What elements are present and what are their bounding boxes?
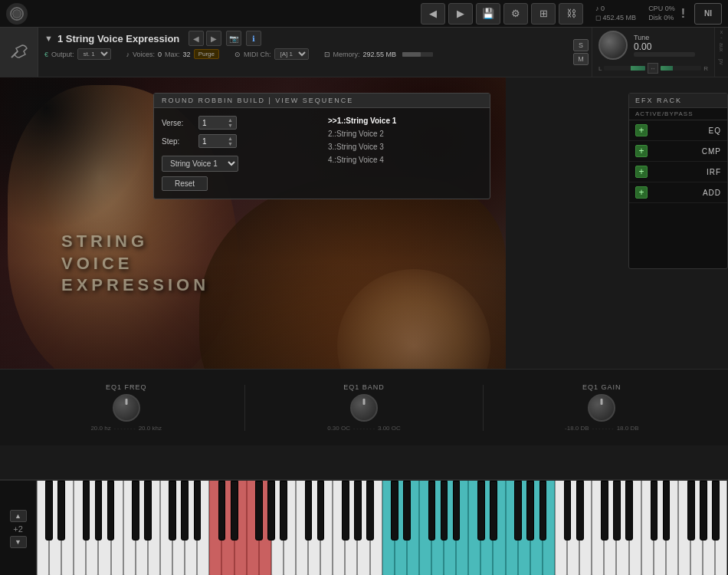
nav-prev-button[interactable]: ◀	[421, 3, 445, 25]
efx-irf-toggle[interactable]: +	[635, 166, 648, 178]
piano-white-key[interactable]	[221, 481, 234, 575]
piano-white-key[interactable]	[419, 481, 431, 575]
verse-spinner[interactable]: 1 ▲▼	[198, 116, 237, 130]
lr-center: ↔	[648, 63, 658, 74]
octave-up-button[interactable]: ▲	[10, 510, 27, 522]
piano-white-key[interactable]	[480, 481, 493, 575]
info-button[interactable]: ℹ	[246, 31, 261, 46]
efx-add-toggle[interactable]: +	[635, 186, 648, 199]
save-button[interactable]: 💾	[476, 3, 500, 25]
piano-white-key[interactable]	[456, 481, 468, 575]
nav-next-button[interactable]: ▶	[448, 3, 473, 25]
instrument-nav-next[interactable]: ▶	[206, 31, 221, 46]
settings-button[interactable]: ⚙	[503, 3, 528, 25]
piano-white-key[interactable]	[247, 481, 259, 575]
link-button[interactable]: ⛓	[559, 3, 583, 25]
instrument-header: ▼ 1 String Voice Expression ◀ ▶ 📷 ℹ € Ou…	[0, 28, 728, 77]
x-label: x	[720, 29, 723, 34]
piano-white-key[interactable]	[234, 481, 247, 575]
piano-white-key[interactable]	[641, 481, 654, 575]
system-stats: ♪ 0 ◻ 452.45 MB	[595, 5, 636, 22]
piano-white-key[interactable]	[111, 481, 123, 575]
solo-button[interactable]: S	[573, 39, 589, 51]
midi-select[interactable]: [A] 1	[274, 48, 309, 60]
piano-white-key[interactable]	[172, 481, 185, 575]
piano-white-key[interactable]	[185, 481, 197, 575]
efx-eq-toggle[interactable]: +	[635, 124, 648, 136]
octave-down-button[interactable]: ▼	[10, 536, 27, 548]
piano-white-key[interactable]	[395, 481, 407, 575]
app-logo	[6, 3, 28, 25]
tune-knob[interactable]	[598, 31, 628, 60]
piano-white-key[interactable]	[703, 481, 715, 575]
piano-white-key[interactable]	[431, 481, 444, 575]
brand-line1: STRING	[61, 231, 209, 253]
eq1-freq-group: EQ1 FREQ 20.0 hz - - - - - - - 20.0 khz	[15, 383, 237, 432]
eq1-band-high: 3.00 OC	[378, 425, 401, 432]
piano-white-key[interactable]	[518, 481, 530, 575]
piano-white-key[interactable]	[197, 481, 209, 575]
piano-white-key[interactable]	[678, 481, 690, 575]
piano-white-key[interactable]	[654, 481, 666, 575]
piano-white-key[interactable]	[98, 481, 110, 575]
piano-white-key[interactable]	[333, 481, 345, 575]
piano-white-key[interactable]	[493, 481, 505, 575]
piano-white-key[interactable]	[74, 481, 86, 575]
piano-white-key[interactable]	[308, 481, 320, 575]
verse-label: Verse:	[162, 119, 192, 127]
piano-white-key[interactable]	[37, 481, 49, 575]
piano-white-key[interactable]	[160, 481, 172, 575]
piano-white-key[interactable]	[148, 481, 160, 575]
mute-button[interactable]: M	[573, 53, 589, 65]
step-spinner[interactable]: 1 ▲▼	[198, 134, 237, 148]
piano-white-key[interactable]	[666, 481, 678, 575]
piano-white-key[interactable]	[530, 481, 543, 575]
piano-white-key[interactable]	[506, 481, 518, 575]
purge-button[interactable]: Purge	[194, 49, 219, 59]
instrument-nav-prev[interactable]: ◀	[189, 31, 204, 46]
piano-white-key[interactable]	[616, 481, 628, 575]
reset-button[interactable]: Reset	[162, 176, 208, 191]
camera-button[interactable]: 📷	[226, 31, 241, 46]
piano-white-key[interactable]	[690, 481, 703, 575]
output-select[interactable]: st. 1	[77, 48, 111, 60]
piano-white-key[interactable]	[86, 481, 98, 575]
piano-white-key[interactable]	[296, 481, 308, 575]
piano-white-key[interactable]	[209, 481, 221, 575]
piano-white-key[interactable]	[592, 481, 604, 575]
eq1-band-knob[interactable]	[350, 394, 378, 422]
piano-white-key[interactable]	[555, 481, 567, 575]
octave-value: +2	[13, 524, 23, 534]
piano-white-key[interactable]	[123, 481, 136, 575]
eq1-gain-knob[interactable]	[588, 394, 615, 422]
piano-white-key[interactable]	[271, 481, 284, 575]
voice-dropdown[interactable]: String Voice 1 String Voice 2 String Voi…	[162, 156, 238, 172]
piano-white-key[interactable]	[284, 481, 296, 575]
piano-white-key[interactable]	[604, 481, 616, 575]
piano-white-key[interactable]	[715, 481, 727, 575]
piano-white-key[interactable]	[407, 481, 419, 575]
piano-white-key[interactable]	[382, 481, 395, 575]
piano-white-key[interactable]	[543, 481, 555, 575]
eq1-freq-knob[interactable]	[113, 394, 140, 422]
piano-white-key[interactable]	[444, 481, 456, 575]
piano-white-key[interactable]	[567, 481, 579, 575]
instrument-expand-icon[interactable]: ▼	[44, 34, 53, 43]
piano-white-key[interactable]	[136, 481, 148, 575]
eq-section: EQ1 FREQ 20.0 hz - - - - - - - 20.0 khz …	[0, 369, 728, 445]
piano-white-key[interactable]	[320, 481, 333, 575]
piano-white-key[interactable]	[259, 481, 271, 575]
piano-white-key[interactable]	[579, 481, 592, 575]
grid-button[interactable]: ⊞	[531, 3, 556, 25]
sequence-item-3: 3.:String Voice 3	[326, 142, 482, 152]
piano-white-key[interactable]	[370, 481, 382, 575]
piano-white-key[interactable]	[49, 481, 61, 575]
efx-cmp-toggle[interactable]: +	[635, 145, 648, 157]
piano-white-key[interactable]	[61, 481, 74, 575]
piano-white-key[interactable]	[345, 481, 357, 575]
piano-white-key[interactable]	[468, 481, 480, 575]
piano-white-key[interactable]	[629, 481, 641, 575]
memory-param: ⊡ Memory: 292.55 MB	[324, 48, 434, 60]
piano-white-key[interactable]	[357, 481, 369, 575]
rr-panel-body: Verse: 1 ▲▼ Step: 1 ▲▼	[154, 108, 490, 199]
